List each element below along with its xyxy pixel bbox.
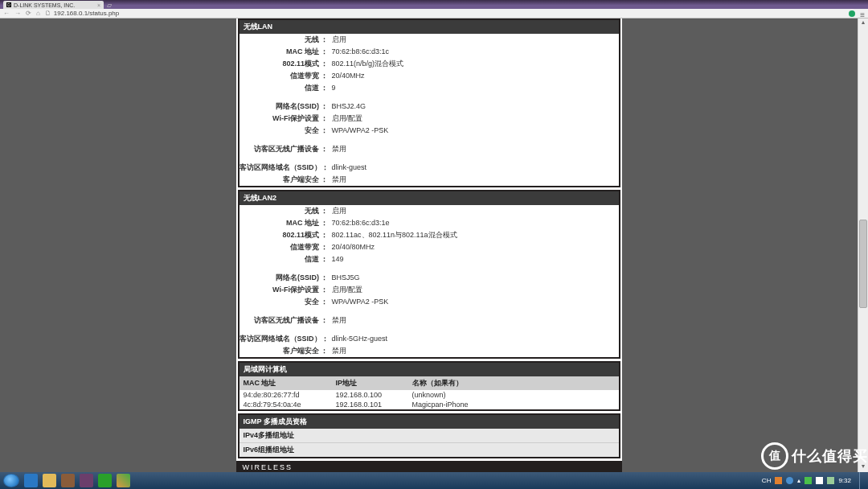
status-label: 信道带宽 ： (240, 242, 332, 253)
scroll-up-icon[interactable]: ▴ (858, 18, 868, 28)
status-row: 客访区网络域名（SSID）：dlink-5GHz-guest (240, 333, 619, 345)
status-row: 访客区无线广播设备 ：禁用 (240, 314, 619, 327)
status-value: WPA/WPA2 -PSK (332, 297, 619, 307)
show-desktop-button[interactable] (859, 472, 865, 489)
cell-mac: 4c:8d:79:54:0a:4e (244, 401, 336, 409)
status-row: 无线 ：启用 (240, 34, 619, 46)
status-value: 70:62:b8:6c:d3:1c (332, 47, 619, 57)
status-label: 访客区无线广播设备 ： (240, 144, 332, 154)
status-label: Wi-Fi保护设置 ： (240, 285, 332, 295)
system-tray: CH ▴ 9:32 (762, 472, 865, 489)
status-row: 信道 ：149 (240, 253, 619, 265)
cell-name: Magicpan-iPhone (412, 401, 615, 409)
tray-icon[interactable] (786, 477, 793, 484)
status-label: 网络名(SSID) ： (240, 273, 332, 283)
status-value: 20/40MHz (332, 71, 619, 81)
status-row: 网络名(SSID) ：BHSJ2.4G (240, 101, 619, 113)
cell-mac: 94:de:80:26:77:fd (244, 391, 336, 399)
taskbar-app[interactable] (98, 474, 112, 487)
vertical-scrollbar[interactable]: ▴ ▾ (858, 18, 868, 472)
status-label: 客访区网络域名（SSID）： (240, 162, 332, 173)
igmp-row: IPv6组播组地址 (240, 442, 619, 457)
status-label: 802.11模式 ： (240, 230, 332, 240)
status-label: 客户端安全 ： (240, 175, 332, 185)
status-value: 启用/配置 (332, 113, 619, 124)
status-row: MAC 地址 ：70:62:b8:6c:d3:1e (240, 217, 619, 229)
status-row: Wi-Fi保护设置 ：启用/配置 (240, 284, 619, 296)
chrome-menu-icon[interactable]: ≡ (860, 10, 865, 17)
status-label: 无线 ： (240, 206, 332, 216)
tab-close-icon[interactable]: × (97, 2, 100, 8)
status-row: 客户端安全 ：禁用 (240, 345, 619, 357)
status-label: 信道 ： (240, 83, 332, 93)
col-name: 名称（如果有） (412, 378, 615, 388)
status-row: 802.11模式 ：802.11(n/b/g)混合模式 (240, 58, 619, 70)
tab-title: D-LINK SYSTEMS, INC. (14, 2, 75, 8)
status-label: MAC 地址 ： (240, 47, 332, 57)
status-label: 客户端安全 ： (240, 346, 332, 356)
home-button[interactable]: ⌂ (36, 10, 40, 17)
status-row: MAC 地址 ：70:62:b8:6c:d3:1c (240, 46, 619, 58)
tray-volume-icon[interactable] (816, 477, 823, 484)
browser-tab[interactable]: D D-LINK SYSTEMS, INC. × (3, 1, 104, 9)
tab-strip: D D-LINK SYSTEMS, INC. × ▱ (0, 0, 868, 9)
status-value: 802.11ac、802.11n与802.11a混合模式 (332, 230, 619, 240)
watermark-badge: 值 (761, 442, 788, 470)
extension-icon[interactable] (849, 10, 855, 17)
status-value: 启用 (332, 206, 619, 216)
section-header: 无线LAN2 (240, 191, 619, 205)
favicon: D (6, 2, 11, 7)
status-label: 信道 ： (240, 254, 332, 265)
back-button[interactable]: ← (3, 10, 10, 17)
taskbar-app-ie[interactable] (24, 474, 38, 487)
status-row: 信道带宽 ：20/40/80MHz (240, 241, 619, 253)
status-value: 20/40/80MHz (332, 242, 619, 253)
wlan1-section: 无线LAN 无线 ：启用MAC 地址 ：70:62:b8:6c:d3:1c802… (238, 18, 620, 187)
router-status-page: 无线LAN 无线 ：启用MAC 地址 ：70:62:b8:6c:d3:1c802… (236, 18, 622, 472)
status-row: 客户端安全 ：禁用 (240, 174, 619, 186)
status-row: 安全 ：WPA/WPA2 -PSK (240, 125, 619, 137)
tray-icon[interactable] (805, 477, 812, 484)
status-label: 安全 ： (240, 297, 332, 307)
url-text: 192.168.0.1/status.php (54, 10, 119, 17)
scrollbar-thumb[interactable] (859, 220, 867, 308)
status-label: 无线 ： (240, 35, 332, 45)
table-row: 94:de:80:26:77:fd192.168.0.100(unknown) (240, 390, 619, 400)
cell-ip: 192.168.0.100 (336, 391, 412, 399)
status-value: dlink-5GHz-guest (332, 334, 619, 344)
status-row: 信道带宽 ：20/40MHz (240, 70, 619, 82)
forward-button[interactable]: → (14, 10, 21, 17)
tray-show-hidden-icon[interactable]: ▴ (797, 477, 800, 484)
browser-chrome: D D-LINK SYSTEMS, INC. × ▱ ← → ⟳ ⌂ 🗋 192… (0, 0, 868, 18)
status-value: dlink-guest (332, 162, 619, 173)
page-viewport: 无线LAN 无线 ：启用MAC 地址 ：70:62:b8:6c:d3:1c802… (0, 18, 858, 472)
address-bar[interactable]: 🗋 192.168.0.1/status.php (45, 10, 119, 17)
new-tab-button[interactable]: ▱ (104, 2, 115, 9)
status-row: 无线 ：启用 (240, 205, 619, 217)
reload-button[interactable]: ⟳ (26, 10, 31, 17)
status-label: 信道带宽 ： (240, 71, 332, 81)
cell-name: (unknown) (412, 391, 615, 399)
section-header: 局域网计算机 (240, 363, 619, 376)
taskbar-app[interactable] (80, 474, 93, 487)
lan-clients-section: 局域网计算机 MAC 地址 IP地址 名称（如果有） 94:de:80:26:7… (238, 361, 620, 411)
status-label: 访客区无线广播设备 ： (240, 315, 332, 326)
status-row: 网络名(SSID) ：BHSJ5G (240, 272, 619, 284)
section-header: 无线LAN (240, 20, 619, 34)
start-button[interactable] (3, 474, 19, 487)
status-value: 70:62:b8:6c:d3:1e (332, 218, 619, 228)
taskbar-app[interactable] (61, 474, 75, 487)
status-label: MAC 地址 ： (240, 218, 332, 228)
table-header: MAC 地址 IP地址 名称（如果有） (240, 376, 619, 390)
tray-network-icon[interactable] (827, 477, 834, 484)
status-value: BHSJ5G (332, 273, 619, 283)
status-value: 禁用 (332, 315, 619, 326)
tray-icon[interactable] (775, 477, 782, 484)
tray-clock[interactable]: 9:32 (838, 477, 851, 484)
tray-ime[interactable]: CH (762, 477, 772, 484)
status-value: 802.11(n/b/g)混合模式 (332, 59, 619, 69)
taskbar-app-explorer[interactable] (43, 474, 56, 487)
status-row: 安全 ：WPA/WPA2 -PSK (240, 296, 619, 308)
extension-area: ≡ (849, 10, 865, 17)
taskbar-app-chrome[interactable] (117, 474, 130, 487)
